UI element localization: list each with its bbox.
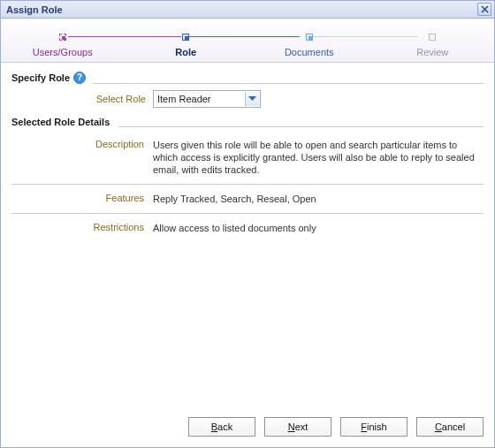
detail-label: Description — [11, 139, 153, 176]
chevron-down-icon — [245, 92, 259, 106]
wizard-step-label: Role — [125, 47, 248, 57]
section-title: Specify Role — [11, 72, 70, 83]
wizard-step-icon — [59, 34, 66, 41]
dialog-body: Specify Role ? Select Role Item Reader S… — [1, 63, 494, 415]
dialog-footer: Back Next Finish Cancel — [1, 415, 494, 447]
select-role-label: Select Role — [11, 94, 153, 104]
detail-separator — [11, 184, 484, 185]
close-icon — [481, 5, 489, 13]
select-role-dropdown[interactable]: Item Reader — [153, 90, 261, 108]
detail-label: Restrictions — [11, 222, 153, 234]
wizard-step-icon — [306, 34, 313, 41]
cancel-button[interactable]: Cancel — [416, 417, 484, 437]
assign-role-dialog: Assign Role Users/Groups Role Documents — [0, 0, 495, 448]
finish-button[interactable]: Finish — [340, 417, 407, 437]
help-icon[interactable]: ? — [73, 72, 86, 84]
wizard-track — [68, 36, 181, 37]
dialog-title: Assign Role — [6, 4, 477, 15]
detail-value: Users given this role will be able to op… — [153, 139, 484, 176]
wizard-track — [187, 36, 300, 37]
section-selected-role-details: Selected Role Details — [11, 117, 484, 127]
next-button[interactable]: Next — [264, 417, 331, 437]
section-rule — [93, 77, 484, 84]
select-role-value: Item Reader — [157, 94, 211, 104]
wizard-header: Users/Groups Role Documents Review — [1, 19, 494, 63]
select-role-row: Select Role Item Reader — [11, 90, 484, 108]
detail-row-restrictions: Restrictions Allow access to listed docu… — [11, 217, 484, 239]
detail-value: Allow access to listed documents only — [153, 222, 484, 234]
back-button[interactable]: Back — [188, 417, 255, 437]
title-bar: Assign Role — [1, 1, 494, 19]
detail-separator — [11, 213, 484, 214]
wizard-step-icon — [429, 34, 436, 41]
detail-row-features: Features Reply Tracked, Search, Reseal, … — [11, 188, 484, 209]
detail-value: Reply Tracked, Search, Reseal, Open — [153, 193, 484, 205]
role-details: Description Users given this role will b… — [11, 134, 484, 239]
close-button[interactable] — [477, 3, 491, 16]
detail-label: Features — [11, 193, 153, 205]
section-specify-role: Specify Role ? — [11, 72, 484, 84]
wizard-step-label: Review — [371, 47, 495, 57]
section-rule — [118, 120, 484, 127]
wizard-track — [305, 36, 418, 37]
wizard-step-label: Documents — [248, 47, 371, 57]
wizard-step-icon — [182, 34, 189, 41]
detail-row-description: Description Users given this role will b… — [11, 134, 484, 180]
wizard-step-label: Users/Groups — [1, 47, 125, 57]
section-title: Selected Role Details — [11, 117, 110, 127]
